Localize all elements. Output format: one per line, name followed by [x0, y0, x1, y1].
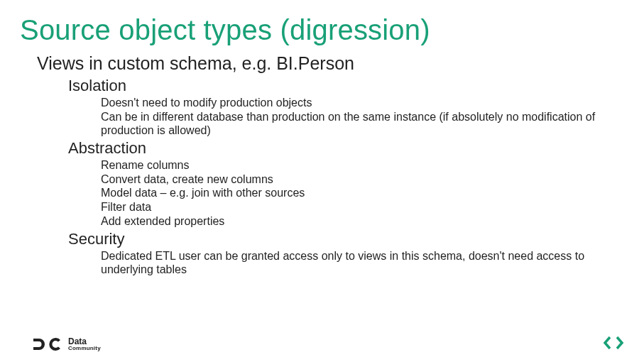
footer: Data Community: [33, 336, 101, 352]
code-brackets-icon: [603, 335, 624, 351]
text-security-1: Dedicated ETL user can be granted access…: [101, 250, 616, 277]
text-abstraction-4: Filter data: [101, 201, 616, 214]
dc-logo-icon: [33, 336, 62, 352]
slide-title: Source object types (digression): [20, 14, 644, 46]
text-isolation-1: Doesn't need to modify production object…: [101, 97, 616, 110]
text-abstraction-3: Model data – e.g. join with other source…: [101, 187, 616, 200]
footer-text: Data Community: [68, 337, 101, 351]
heading-views: Views in custom schema, e.g. BI.Person: [37, 53, 616, 74]
slide: Source object types (digression) Views i…: [0, 0, 644, 362]
text-abstraction-2: Convert data, create new columns: [101, 173, 616, 187]
text-abstraction-5: Add extended properties: [101, 215, 616, 229]
text-isolation-2: Can be in different database than produc…: [101, 111, 616, 138]
text-abstraction-1: Rename columns: [101, 159, 616, 172]
slide-body: Views in custom schema, e.g. BI.Person I…: [37, 53, 616, 277]
heading-isolation: Isolation: [68, 77, 616, 95]
heading-security: Security: [68, 230, 616, 248]
footer-line2: Community: [68, 346, 101, 351]
heading-abstraction: Abstraction: [68, 139, 616, 158]
